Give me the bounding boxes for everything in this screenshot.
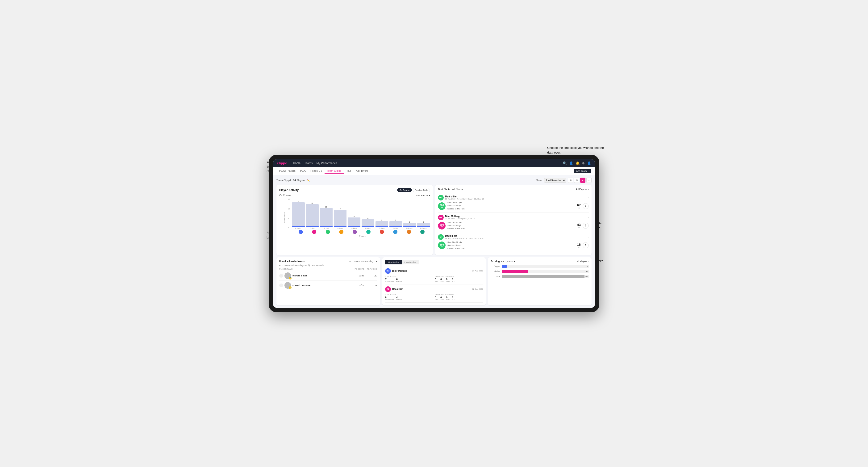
- on-course-toggle[interactable]: On Course: [397, 188, 412, 192]
- shot-player-name: Matt Miller: [445, 195, 484, 198]
- active-player-item: BM Blair McHarg 26 Aug 2023 Total Rounds…: [385, 266, 483, 284]
- best-shots-card: Best Shots All Shots ▾ All Players ▾: [435, 185, 592, 255]
- practice-act-values: 0GTT 0APP 0ARG 0PUTT: [435, 296, 483, 301]
- scoring-bar-num: 499: [585, 276, 588, 278]
- arg-label: ARG: [446, 281, 450, 282]
- shot-distance-num: 16: [577, 243, 581, 247]
- list-view-icon[interactable]: ⊟: [574, 178, 579, 183]
- shot-details: 200 SG Shot Dist: 67 yds Start Lie: Roug…: [438, 201, 589, 210]
- shot-badge: 198 SG: [438, 242, 445, 249]
- shot-item: BM Blair McHarg 23 Jul 2023 · Ashridge G…: [438, 213, 589, 232]
- shot-player-name: David Ford: [445, 235, 484, 237]
- edit-icon[interactable]: ✏️: [307, 179, 309, 182]
- time-filter-select[interactable]: Last 3 months Last 6 months Last year: [544, 178, 566, 183]
- bell-icon[interactable]: 🔔: [576, 161, 580, 165]
- bar[interactable]: [417, 223, 430, 227]
- practice-toggle[interactable]: Practice Drills: [413, 188, 430, 192]
- scoring-bar-wrap: 96: [502, 270, 589, 273]
- active-player-name: Blair McHarg: [392, 270, 407, 272]
- bar[interactable]: [362, 219, 374, 227]
- bar-value: 2: [409, 221, 410, 223]
- chevron-right-icon[interactable]: ›: [588, 196, 589, 199]
- scoring-par-filter[interactable]: Par 3, 4 & 5s ▾: [501, 260, 515, 262]
- bar-highlight: [375, 226, 388, 227]
- bar-highlight: [306, 226, 319, 227]
- leaderboard-drill[interactable]: PUTT Must Make Putting ... ▾: [349, 260, 377, 262]
- bar[interactable]: [348, 217, 361, 227]
- bar-highlight: [362, 226, 374, 227]
- shot-dist: Shot Dist: 43 yds: [447, 221, 575, 224]
- chevron-right-icon[interactable]: ›: [588, 236, 589, 239]
- profile-icon[interactable]: 👤: [587, 161, 591, 165]
- bar[interactable]: [292, 203, 305, 227]
- player-avatar: [339, 230, 343, 234]
- shot-badge: 200 SG: [438, 222, 445, 229]
- bar-highlight: [334, 226, 346, 227]
- badge-number: 198: [440, 243, 444, 246]
- gtt-val: 0: [435, 278, 438, 281]
- add-team-button[interactable]: Add Team +: [574, 169, 591, 173]
- bar-group: 12R. Britt: [306, 198, 319, 229]
- bar[interactable]: [390, 221, 402, 227]
- bar[interactable]: [320, 208, 333, 227]
- sub-nav-tour[interactable]: Tour: [344, 168, 353, 174]
- all-players-filter[interactable]: All Players ▾: [576, 188, 589, 191]
- active-player-name: Rees Britt: [392, 288, 403, 290]
- best-shots-header: Best Shots All Shots ▾ All Players ▾: [438, 188, 589, 191]
- shot-distance-unit: yds: [578, 247, 580, 248]
- lb-avg-score: 110: [365, 275, 377, 277]
- shot-dist: Shot Dist: 16 yds: [447, 241, 575, 244]
- shot-details: 198 SG Shot Dist: 16 yds Start Lie: Roug…: [438, 241, 589, 250]
- grid-view-icon[interactable]: ⊞: [568, 178, 573, 183]
- arg-val: 0: [446, 278, 450, 281]
- shot-player-row: DF David Ford 24 Aug 2023 · Royal North …: [438, 234, 589, 240]
- tablet-screen: clippd Home Teams My Performance 🔍 👤 🔔 ⊕…: [273, 159, 595, 308]
- total-rounds-dropdown[interactable]: Total Rounds ▾: [416, 194, 430, 197]
- top-nav: clippd Home Teams My Performance 🔍 👤 🔔 ⊕…: [273, 159, 595, 167]
- nav-item-teams[interactable]: Teams: [304, 161, 312, 165]
- scoring-row: Birdies 96: [491, 270, 589, 273]
- bar[interactable]: [375, 221, 388, 227]
- toggle-buttons: On Course Practice Drills: [397, 188, 430, 192]
- table-view-icon[interactable]: ≡: [586, 178, 592, 183]
- chevron-right-icon[interactable]: ›: [588, 216, 589, 219]
- search-icon[interactable]: 🔍: [563, 161, 567, 165]
- y-axis-title: Total Rounds: [283, 212, 285, 223]
- sub-nav-team-clippd[interactable]: Team Clippd: [324, 168, 344, 174]
- bar[interactable]: [334, 210, 346, 227]
- sub-nav-pga[interactable]: PGA: [298, 168, 308, 174]
- bar-highlight: [292, 226, 305, 227]
- scoring-players-filter[interactable]: All Players ▾: [577, 260, 589, 262]
- active-player-header: RB Rees Britt 02 Sep 2023: [385, 286, 483, 292]
- bar-label: E. Ebert: [351, 227, 356, 229]
- main-grid: Player Activity On Course Practice Drill…: [276, 185, 592, 255]
- most-active-tab[interactable]: Most Active: [385, 260, 402, 264]
- gtt-label: GTT: [435, 281, 438, 282]
- col-player-name: PLAYER NAME: [279, 268, 352, 270]
- favorites-view-icon[interactable]: ♥: [580, 178, 585, 183]
- player-avatar: [420, 230, 425, 234]
- bar[interactable]: [306, 204, 319, 227]
- chart-container: Total Rounds 151050 13B. McHarg12R. Brit…: [279, 198, 430, 237]
- show-filter: Show: Last 3 months Last 6 months Last y…: [536, 178, 592, 183]
- bar[interactable]: [403, 223, 416, 227]
- bar-highlight: [403, 226, 416, 227]
- best-shots-tab[interactable]: Best Shots: [438, 188, 450, 191]
- nav-item-my-performance[interactable]: My Performance: [316, 161, 337, 165]
- users-icon[interactable]: 👤: [569, 161, 573, 165]
- add-icon[interactable]: ⊕: [582, 161, 585, 165]
- all-shots-tab[interactable]: All Shots ▾: [452, 188, 463, 191]
- show-label: Show:: [536, 179, 542, 182]
- sub-nav-hcaps[interactable]: Hcaps 1-5: [308, 168, 324, 174]
- rounds-label: Total Rounds: [385, 275, 433, 277]
- bar-group: 3M. Miller: [390, 198, 402, 229]
- leaderboard-title: Practice Leaderboards: [279, 260, 305, 263]
- shot-dist: Shot Dist: 67 yds: [447, 201, 575, 205]
- nav-item-home[interactable]: Home: [293, 161, 301, 165]
- sub-nav-all-players[interactable]: All Players: [353, 168, 371, 174]
- scoring-bar-fill: [502, 264, 506, 268]
- scoring-card: Scoring Par 3, 4 & 5s ▾ All Players ▾ Ea…: [488, 257, 592, 305]
- player-activity-card: Player Activity On Course Practice Drill…: [276, 185, 433, 255]
- sub-nav-pgat[interactable]: PGAT Players: [277, 168, 298, 174]
- least-active-tab[interactable]: Least Active: [402, 260, 419, 264]
